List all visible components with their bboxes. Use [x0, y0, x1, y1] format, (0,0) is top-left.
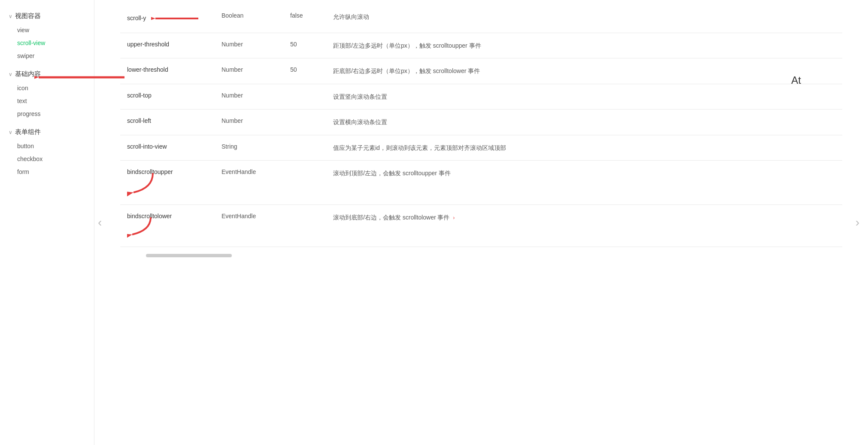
table-row: upper-threshold Number 50 距顶部/左边多远时（单位px…	[120, 33, 842, 58]
sidebar-section-label-2: 基础内容	[15, 70, 41, 78]
sidebar-item-swiper[interactable]: swiper	[0, 49, 94, 62]
table-row: scroll-y Boolean false	[120, 4, 842, 33]
attr-default	[283, 160, 326, 204]
attr-name: scroll-top	[120, 84, 215, 109]
attr-name: bindscrolltoupper	[120, 160, 215, 204]
sidebar-item-button[interactable]: button	[0, 140, 94, 152]
sidebar-section-label: 视图容器	[15, 12, 41, 20]
sidebar-section-basic-content[interactable]: ∨ 基础内容	[0, 67, 94, 82]
attr-desc: 滚动到顶部/左边，会触发 scrolltoupper 事件	[326, 160, 842, 204]
sidebar-section-label-3: 表单组件	[15, 128, 41, 136]
horizontal-scrollbar[interactable]	[146, 254, 232, 257]
attribute-table: scroll-y Boolean false	[120, 4, 842, 247]
attr-desc: 距顶部/左边多远时（单位px），触发 scrolltoupper 事件	[326, 33, 842, 58]
chevron-down-icon-2: ∨	[9, 71, 12, 77]
attr-default: 50	[283, 58, 326, 84]
attr-default	[283, 204, 326, 247]
nav-arrow-right[interactable]: ›	[856, 216, 859, 229]
table-row: lower-threshold Number 50 距底部/右边多远时（单位px…	[120, 58, 842, 84]
gt-badge: ›	[453, 215, 455, 221]
attr-default: 50	[283, 33, 326, 58]
sidebar-item-progress[interactable]: progress	[0, 107, 94, 120]
attr-desc: 设置竖向滚动条位置	[326, 84, 842, 109]
attr-default: false	[283, 4, 326, 33]
sidebar-section-view-container[interactable]: ∨ 视图容器	[0, 9, 94, 24]
sidebar-item-text[interactable]: text	[0, 94, 94, 107]
sidebar-section-form[interactable]: ∨ 表单组件	[0, 125, 94, 140]
table-row: scroll-top Number 设置竖向滚动条位置	[120, 84, 842, 109]
attr-type: Number	[215, 84, 283, 109]
sidebar: ∨ 视图容器 view scroll-view swiper ∨ 基础内容 ic…	[0, 0, 94, 445]
attr-default	[283, 84, 326, 109]
sidebar-item-view[interactable]: view	[0, 24, 94, 37]
attr-name: scroll-y	[120, 4, 215, 33]
main-content: scroll-y Boolean false	[94, 0, 868, 445]
attr-name: scroll-into-view	[120, 135, 215, 160]
table-row: bindscrolltolower EventHandle	[120, 204, 842, 247]
table-row: bindscrolltoupper EventHandle	[120, 160, 842, 204]
attr-default	[283, 110, 326, 135]
table-row: scroll-into-view String 值应为某子元素id，则滚动到该元…	[120, 135, 842, 160]
attr-type: String	[215, 135, 283, 160]
attr-desc: 滚动到底部/右边，会触发 scrolltolower 事件 ›	[326, 204, 842, 247]
attr-desc: 允许纵向滚动	[326, 4, 842, 33]
attr-desc: 距底部/右边多远时（单位px），触发 scrolltolower 事件	[326, 58, 842, 84]
red-arrow-scroll-y	[151, 12, 203, 25]
page-wrapper: ∨ 视图容器 view scroll-view swiper ∨ 基础内容 ic…	[0, 0, 868, 445]
attr-type: Number	[215, 58, 283, 84]
at-label: At	[791, 74, 801, 86]
attr-type: EventHandle	[215, 160, 283, 204]
attr-type: Number	[215, 110, 283, 135]
sidebar-item-checkbox[interactable]: checkbox	[0, 152, 94, 165]
attr-name: lower-threshold	[120, 58, 215, 84]
attr-name: bindscrolltolower	[120, 204, 215, 247]
chevron-down-icon: ∨	[9, 13, 12, 19]
attr-name: scroll-left	[120, 110, 215, 135]
attr-type: Boolean	[215, 4, 283, 33]
attr-type: EventHandle	[215, 204, 283, 247]
attr-type: Number	[215, 33, 283, 58]
attr-name: upper-threshold	[120, 33, 215, 58]
chevron-down-icon-3: ∨	[9, 129, 12, 135]
sidebar-item-scroll-view[interactable]: scroll-view	[0, 37, 94, 49]
attr-desc: 设置横向滚动条位置	[326, 110, 842, 135]
nav-arrow-left[interactable]: ‹	[98, 216, 102, 229]
sidebar-item-icon[interactable]: icon	[0, 82, 94, 94]
table-row: scroll-left Number 设置横向滚动条位置	[120, 110, 842, 135]
sidebar-item-form[interactable]: form	[0, 165, 94, 178]
attr-default	[283, 135, 326, 160]
attr-desc: 值应为某子元素id，则滚动到该元素，元素顶部对齐滚动区域顶部	[326, 135, 842, 160]
